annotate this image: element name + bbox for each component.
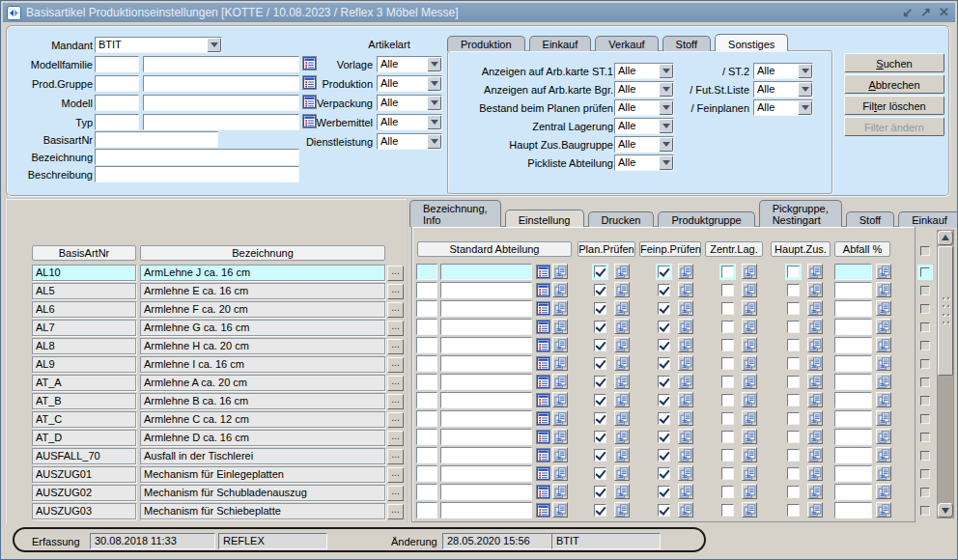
- chevron-down-icon[interactable]: [659, 64, 673, 78]
- detail-tab-4[interactable]: Produktgruppe: [658, 211, 754, 227]
- copy-icon[interactable]: [807, 264, 823, 279]
- feinp-pruefen-checkbox[interactable]: [658, 357, 670, 370]
- abfall-input[interactable]: [834, 374, 872, 390]
- feinp-pruefen-checkbox[interactable]: [658, 339, 670, 351]
- haupt-zus-checkbox[interactable]: [787, 321, 800, 333]
- chevron-down-icon[interactable]: [798, 64, 812, 78]
- copy-icon[interactable]: [678, 410, 693, 426]
- abteilung-input[interactable]: [440, 447, 532, 463]
- list-cell-bezeichnung[interactable]: Armlehne C ca. 12 cm: [140, 411, 385, 428]
- abteilung-input[interactable]: [440, 429, 532, 445]
- chevron-down-icon[interactable]: [659, 137, 673, 152]
- lookup-grid-icon[interactable]: [536, 430, 550, 444]
- plan-pruefen-checkbox[interactable]: [594, 284, 606, 296]
- haupt-zus-checkbox[interactable]: [787, 504, 800, 517]
- feinp-pruefen-checkbox[interactable]: [658, 302, 670, 315]
- detail-tab-6[interactable]: Stoff: [846, 211, 894, 227]
- filter-loeschen-button[interactable]: Filter löschen: [844, 96, 944, 115]
- chevron-down-icon[interactable]: [659, 100, 673, 115]
- copy-icon[interactable]: [742, 502, 757, 518]
- plan-pruefen-checkbox[interactable]: [594, 339, 606, 351]
- haupt-zus-checkbox[interactable]: [787, 412, 800, 425]
- filter-code-input[interactable]: [95, 75, 139, 92]
- copy-icon[interactable]: [876, 355, 891, 371]
- abfall-input[interactable]: [834, 392, 872, 408]
- abfall-input[interactable]: [834, 502, 872, 518]
- filter-text-input[interactable]: [95, 149, 299, 165]
- feinp-pruefen-checkbox[interactable]: [658, 266, 670, 278]
- row-select-checkbox[interactable]: [920, 359, 930, 369]
- copy-icon[interactable]: [678, 465, 693, 481]
- feinp-pruefen-checkbox[interactable]: [658, 449, 670, 462]
- chevron-down-icon[interactable]: [427, 134, 441, 149]
- restore-icon[interactable]: ↗: [920, 6, 931, 19]
- artikelart-dropdown[interactable]: Alle: [377, 56, 442, 72]
- abteilung-input[interactable]: [440, 484, 532, 500]
- list-cell-bezeichnung[interactable]: Armlehne I ca. 16 cm: [140, 356, 385, 373]
- row-select-checkbox[interactable]: [920, 488, 930, 497]
- sonstiges-dropdown[interactable]: Alle: [614, 118, 674, 134]
- copy-icon[interactable]: [807, 282, 823, 297]
- abfall-input[interactable]: [834, 429, 872, 445]
- copy-icon[interactable]: [742, 429, 757, 444]
- copy-icon[interactable]: [614, 465, 630, 481]
- copy-icon[interactable]: [742, 355, 757, 371]
- copy-icon[interactable]: [552, 282, 568, 297]
- copy-icon[interactable]: [876, 300, 891, 316]
- row-more-button[interactable]: ...: [387, 376, 404, 391]
- copy-icon[interactable]: [742, 319, 757, 334]
- copy-icon[interactable]: [678, 264, 693, 279]
- zentr-lag-checkbox[interactable]: [721, 394, 734, 406]
- copy-icon[interactable]: [614, 319, 630, 334]
- copy-icon[interactable]: [552, 264, 568, 279]
- chevron-down-icon[interactable]: [427, 57, 441, 71]
- lookup-grid-icon[interactable]: [536, 448, 550, 462]
- list-cell-bezeichnung[interactable]: Armlehne E ca. 16 cm: [140, 283, 385, 299]
- lookup-grid-icon[interactable]: [536, 485, 550, 499]
- detail-tab-1[interactable]: Bezeichnung, Info: [409, 200, 501, 227]
- haupt-zus-checkbox[interactable]: [787, 357, 800, 370]
- row-more-button[interactable]: ...: [387, 504, 404, 519]
- abfall-input[interactable]: [834, 447, 872, 463]
- zentr-lag-checkbox[interactable]: [721, 339, 734, 351]
- abteilung-input[interactable]: [440, 502, 532, 518]
- copy-icon[interactable]: [552, 355, 568, 371]
- abbrechen-button[interactable]: Abbrechen: [844, 74, 944, 94]
- list-cell-basisartnr[interactable]: AUSFALL_70: [32, 448, 136, 464]
- lookup-grid-icon[interactable]: [536, 320, 550, 334]
- copy-icon[interactable]: [742, 374, 757, 389]
- list-cell-bezeichnung[interactable]: Ausfall in der Tischlerei: [140, 448, 385, 464]
- copy-icon[interactable]: [552, 300, 568, 316]
- copy-icon[interactable]: [614, 429, 630, 444]
- artikelart-dropdown[interactable]: Alle: [377, 114, 442, 130]
- sonstiges-dropdown[interactable]: Alle: [614, 154, 674, 171]
- copy-icon[interactable]: [552, 337, 568, 352]
- copy-icon[interactable]: [876, 319, 891, 334]
- list-cell-basisartnr[interactable]: AT_D: [32, 430, 136, 446]
- list-cell-basisartnr[interactable]: AL6: [32, 301, 136, 318]
- list-cell-bezeichnung[interactable]: Armlehne D ca. 16 cm: [140, 430, 385, 446]
- copy-icon[interactable]: [807, 465, 823, 481]
- copy-icon[interactable]: [678, 502, 693, 518]
- abteilung-code-input[interactable]: [416, 355, 437, 372]
- feinp-pruefen-checkbox[interactable]: [658, 284, 670, 296]
- copy-icon[interactable]: [807, 337, 823, 352]
- detail-tab-2[interactable]: Einstellung: [505, 210, 584, 227]
- zentr-lag-checkbox[interactable]: [721, 302, 734, 315]
- row-more-button[interactable]: ...: [387, 284, 404, 299]
- lookup-grid-icon[interactable]: [536, 283, 550, 297]
- abfall-input[interactable]: [834, 355, 872, 372]
- abteilung-code-input[interactable]: [416, 484, 437, 500]
- copy-icon[interactable]: [742, 465, 757, 481]
- sonstiges-dropdown[interactable]: Alle: [614, 63, 674, 79]
- artikelart-dropdown[interactable]: Alle: [377, 133, 442, 150]
- copy-icon[interactable]: [678, 447, 693, 462]
- filter-code-input[interactable]: [95, 114, 139, 130]
- zentr-lag-checkbox[interactable]: [721, 412, 734, 425]
- abfall-input[interactable]: [834, 410, 872, 427]
- copy-icon[interactable]: [678, 374, 693, 389]
- copy-icon[interactable]: [807, 355, 823, 371]
- row-more-button[interactable]: ...: [387, 449, 404, 464]
- detail-tab-3[interactable]: Drucken: [588, 211, 655, 227]
- list-cell-bezeichnung[interactable]: Mechanism für Schubladenauszug: [140, 485, 385, 501]
